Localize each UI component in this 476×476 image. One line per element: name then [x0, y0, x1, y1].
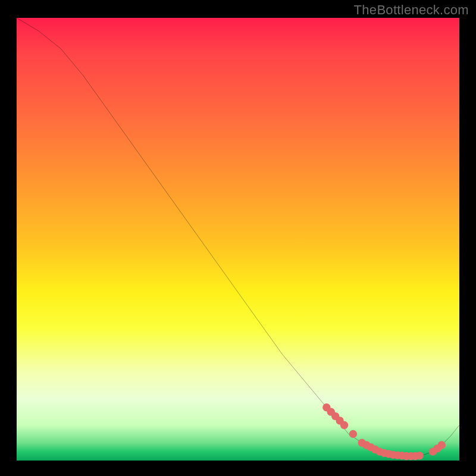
highlight-dot [438, 441, 446, 449]
attribution-text: TheBottleneck.com [354, 2, 469, 18]
highlight-dot [349, 430, 357, 438]
chart-frame: TheBottleneck.com [0, 0, 476, 476]
highlight-dot [340, 421, 348, 429]
marker-group [322, 403, 446, 460]
bottleneck-curve-path [17, 18, 459, 456]
highlight-dot [415, 452, 423, 459]
curve-svg [17, 18, 459, 461]
plot-area [17, 18, 459, 461]
